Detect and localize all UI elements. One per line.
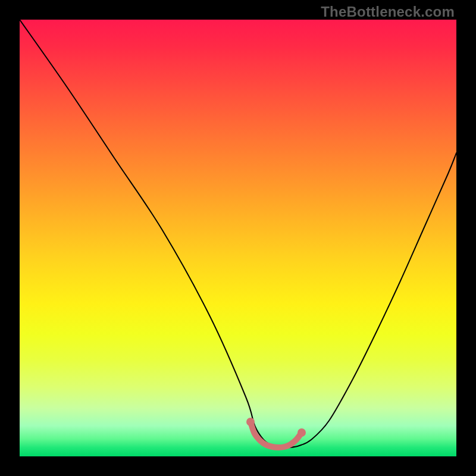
- valley-marker: [250, 422, 302, 447]
- watermark-text: TheBottleneck.com: [321, 4, 455, 20]
- plot-area: [20, 20, 456, 456]
- chart-svg: [20, 20, 456, 456]
- bottleneck-curve: [20, 20, 456, 447]
- valley-endpoint-left: [246, 418, 255, 426]
- chart-frame: TheBottleneck.com: [0, 0, 476, 476]
- valley-endpoint-right: [298, 428, 306, 437]
